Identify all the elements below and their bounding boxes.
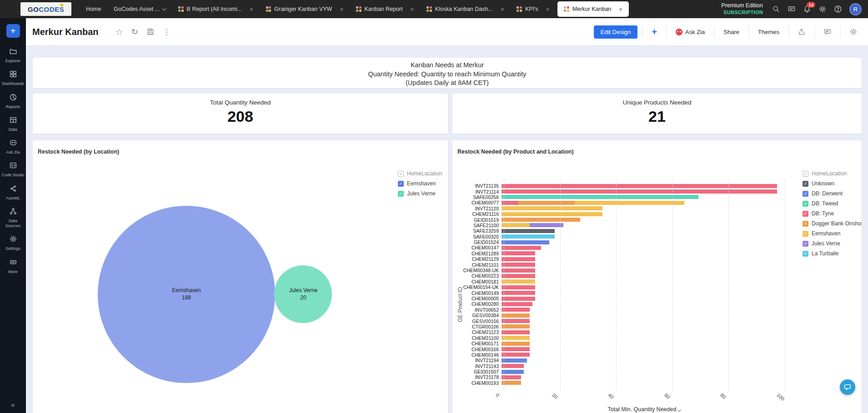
bar-segment-db-tyne[interactable] bbox=[502, 375, 521, 379]
tab-close-icon[interactable]: × bbox=[501, 6, 504, 13]
bar-segment-db-tyne[interactable] bbox=[502, 189, 777, 194]
bar-segment-db-tyne[interactable] bbox=[502, 201, 518, 205]
bar-segment-db-tyne[interactable] bbox=[502, 364, 524, 368]
bar-segment-eemshaven[interactable] bbox=[575, 201, 684, 205]
bar-segment-db-tyne[interactable] bbox=[502, 257, 535, 261]
bar-segment-db-tyne[interactable] bbox=[502, 184, 777, 188]
refresh-icon[interactable]: ↻ bbox=[131, 27, 138, 37]
add-button[interactable]: + bbox=[647, 27, 662, 37]
bar-segment-db-derwent[interactable] bbox=[502, 370, 524, 374]
bar-segment-dogger-bank-onshore[interactable] bbox=[502, 342, 530, 346]
bar-segment-db-tyne[interactable] bbox=[502, 330, 530, 334]
sidebar-collapse-icon[interactable]: « bbox=[11, 401, 15, 408]
bar-segment-db-tweed[interactable] bbox=[502, 195, 698, 199]
bar-segment-db-tyne[interactable] bbox=[502, 297, 535, 301]
tab-close-icon[interactable]: × bbox=[250, 6, 253, 13]
bar-segment-db-tyne[interactable] bbox=[502, 285, 535, 289]
bar-segment-db-derwent[interactable] bbox=[502, 240, 549, 244]
tab-kloska-kanban-dash[interactable]: Kloska Kanban Dash...× bbox=[420, 0, 510, 18]
legend-header[interactable]: ✓HomeLocation bbox=[398, 170, 442, 177]
tab-close-icon[interactable]: × bbox=[411, 6, 414, 13]
search-icon[interactable] bbox=[772, 5, 780, 13]
notifications-bell-icon[interactable]: 13 bbox=[803, 5, 811, 13]
bar-segment-db-tyne[interactable] bbox=[502, 246, 541, 250]
tab-b-report-all-incomi[interactable]: B Report (All Incomi...× bbox=[172, 0, 260, 18]
bar-segment-dogger-bank-onshore[interactable] bbox=[518, 201, 575, 205]
bar-segment-db-tyne[interactable] bbox=[502, 263, 535, 267]
bar-segment-db-tyne[interactable] bbox=[502, 291, 535, 295]
ask-zia-button[interactable]: Ask Zia bbox=[671, 26, 709, 38]
gocodes-logo[interactable]: GOCODES bbox=[20, 2, 71, 16]
bar-segment-eemshaven[interactable] bbox=[502, 336, 530, 340]
bar-segment-eemshaven[interactable] bbox=[502, 223, 530, 227]
sidebar-item-more[interactable]: More bbox=[0, 258, 26, 274]
tab-close-icon[interactable]: × bbox=[546, 6, 550, 13]
save-icon[interactable] bbox=[146, 28, 155, 36]
legend-header[interactable]: ✓HomeLocation bbox=[803, 170, 862, 177]
tab-close-icon[interactable]: × bbox=[619, 6, 622, 13]
bar-segment-dogger-bank-onshore[interactable] bbox=[502, 313, 530, 318]
sidebar-item-data[interactable]: Data bbox=[0, 116, 26, 132]
avatar[interactable]: R bbox=[849, 3, 862, 15]
bar-segment-db-tyne[interactable] bbox=[502, 274, 535, 278]
chat-support-button[interactable] bbox=[840, 379, 855, 395]
edition-info[interactable]: Premium Edition SUBSCRIPTION bbox=[721, 2, 763, 15]
tab-close-icon[interactable]: × bbox=[340, 6, 343, 13]
legend-item-db-derwent[interactable]: ✓DB: Derwent bbox=[803, 190, 862, 197]
tab-merkur-kanban[interactable]: Merkur Kanban× bbox=[557, 1, 629, 17]
bar-segment-db-tyne[interactable] bbox=[502, 308, 530, 312]
tab-kanban-report[interactable]: Kanban Report× bbox=[350, 0, 420, 18]
bar-segment-db-tyne[interactable] bbox=[502, 319, 530, 323]
sidebar-item-automl[interactable]: AutoML bbox=[0, 184, 26, 201]
feedback-icon[interactable] bbox=[788, 5, 796, 13]
dashboard-settings-gear-icon[interactable] bbox=[849, 28, 858, 36]
themes-button[interactable]: Themes bbox=[753, 26, 784, 38]
sidebar-item-ask-zia[interactable]: Ask Zia bbox=[0, 139, 26, 155]
share-button[interactable]: Share bbox=[719, 26, 744, 38]
legend-item-jules-verne[interactable]: ✓Jules Verne bbox=[803, 240, 862, 247]
more-options-kebab-icon[interactable]: ⋮ bbox=[163, 27, 171, 37]
create-new-button[interactable]: + bbox=[6, 24, 20, 38]
bar-segment-db-tyne[interactable] bbox=[502, 347, 530, 351]
help-icon[interactable] bbox=[834, 5, 842, 13]
bar-segment-db-tyne[interactable] bbox=[502, 302, 532, 306]
legend-item-unknown[interactable]: ✓Unknown bbox=[803, 180, 862, 187]
edit-design-button[interactable]: Edit Design bbox=[594, 25, 637, 39]
bar-segment-eemshaven[interactable] bbox=[502, 206, 602, 210]
bar-segment-dogger-bank-onshore[interactable] bbox=[502, 381, 521, 385]
sidebar-item-data-sources[interactable]: Data Sources bbox=[0, 207, 26, 229]
bubble-eemshaven[interactable]: Eemshaven188 bbox=[98, 206, 275, 383]
export-icon[interactable] bbox=[798, 28, 806, 36]
bar-segment-eemshaven[interactable] bbox=[502, 279, 535, 284]
sidebar-item-reports[interactable]: Reports bbox=[0, 93, 26, 109]
favorite-star-icon[interactable]: ☆ bbox=[115, 27, 123, 37]
tab-home[interactable]: Home bbox=[80, 0, 107, 18]
settings-gear-icon[interactable] bbox=[818, 5, 827, 13]
sidebar-item-dashboards[interactable]: Dashboards bbox=[0, 70, 26, 86]
bubble-jules-verne[interactable]: Jules Verne20 bbox=[274, 265, 332, 323]
sidebar-item-code-studio[interactable]: Code Studio bbox=[0, 161, 26, 178]
bar-segment-eemshaven[interactable] bbox=[502, 212, 602, 216]
tab-grainger-kanban-vyw[interactable]: Grainger Kanban VYW× bbox=[260, 0, 350, 18]
bar-segment-la-turballe[interactable] bbox=[502, 234, 555, 239]
tab-kpi-s[interactable]: KPI's× bbox=[510, 0, 556, 18]
legend-item-jules-verne[interactable]: ✓Jules Verne bbox=[398, 190, 442, 197]
legend-item-eemshaven[interactable]: ✓Eemshaven bbox=[803, 230, 862, 237]
bar-segment-db-tyne[interactable] bbox=[502, 353, 530, 357]
bar-segment-db-tyne[interactable] bbox=[502, 269, 535, 273]
legend-item-db-tyne[interactable]: ✓DB: Tyne bbox=[803, 210, 862, 217]
bar-segment-dogger-bank-onshore[interactable] bbox=[502, 218, 580, 222]
bar-segment-unknown[interactable] bbox=[502, 229, 555, 233]
legend-item-db-tweed[interactable]: ✓DB: Tweed bbox=[803, 200, 862, 207]
legend-item-la-turballe[interactable]: ✓La Turballe bbox=[803, 250, 862, 257]
legend-item-dogger-bank-onshore[interactable]: ✓Dogger Bank Onshore bbox=[803, 220, 862, 227]
legend-item-eemshaven[interactable]: ✓Eemshaven bbox=[398, 180, 442, 187]
bar-segment-db-tyne[interactable] bbox=[502, 251, 535, 255]
comments-icon[interactable] bbox=[823, 28, 832, 36]
bar-segment-jules-verne[interactable] bbox=[530, 223, 563, 227]
tab-gocodes-asset[interactable]: GoCodes Asset ... bbox=[107, 0, 172, 18]
sidebar-item-settings[interactable]: Settings bbox=[0, 235, 26, 251]
bar-segment-db-derwent[interactable] bbox=[502, 358, 527, 363]
bar-segment-dogger-bank-onshore[interactable] bbox=[502, 324, 530, 328]
x-axis-label[interactable]: Total Min. Quantity Needed bbox=[504, 406, 785, 413]
